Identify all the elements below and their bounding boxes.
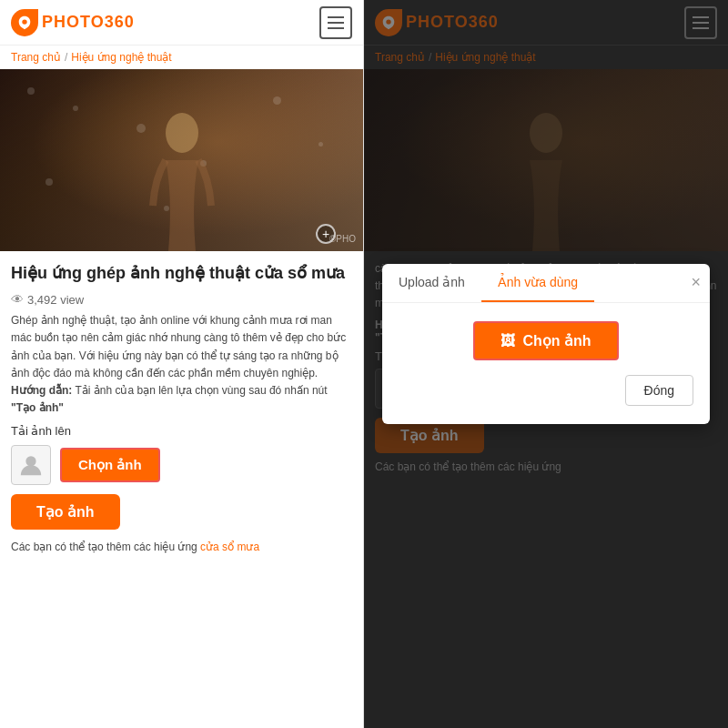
right-panel: PHOTO360 Trang chủ / Hiệu ứng nghệ thuật… xyxy=(364,0,728,728)
desc-text: Ghép ảnh nghệ thuật, tạo ảnh online với … xyxy=(11,314,346,379)
modal-header: Upload ảnh Ảnh vừa dùng × xyxy=(382,264,710,303)
modal-tab-upload[interactable]: Upload ảnh xyxy=(382,264,481,302)
breadcrumb-current: Hiệu ứng nghệ thuật xyxy=(71,51,171,64)
left-logo-text: PHOTO360 xyxy=(42,13,135,32)
left-hero-image: + ©PHO xyxy=(0,69,363,251)
raindrop xyxy=(318,142,323,147)
modal: Upload ảnh Ảnh vừa dùng × 🖼 Chọn ảnh Đón… xyxy=(382,264,710,424)
raindrop xyxy=(46,178,53,186)
left-content: Hiệu ứng ghép ảnh nghệ thuật cửa sổ mưa … xyxy=(0,251,363,728)
raindrop xyxy=(273,96,281,105)
bottom-text-1: Các bạn có thể tạo thêm các hiệu ứng xyxy=(11,541,200,553)
left-article-title: Hiệu ứng ghép ảnh nghệ thuật cửa sổ mưa xyxy=(11,262,352,285)
modal-close-button[interactable]: × xyxy=(691,273,701,292)
view-count-text: 3,492 view xyxy=(27,293,84,307)
svg-point-0 xyxy=(166,113,198,153)
left-breadcrumb: Trang chủ / Hiệu ứng nghệ thuật xyxy=(0,46,363,69)
hamburger-line2 xyxy=(328,22,344,24)
left-hamburger[interactable] xyxy=(319,6,352,39)
left-description: Ghép ảnh nghệ thuật, tạo ảnh online với … xyxy=(11,312,352,417)
guide-bold: "Tạo ảnh" xyxy=(11,401,64,414)
logo-icon xyxy=(11,9,38,36)
raindrop xyxy=(136,124,146,133)
upload-row: Chọn ảnh xyxy=(11,445,352,485)
left-panel: PHOTO360 Trang chủ / Hiệu ứng nghệ thuật xyxy=(0,0,364,728)
watermark: ©PHO xyxy=(329,234,356,244)
modal-tab-recent[interactable]: Ảnh vừa dùng xyxy=(481,264,594,302)
left-upload-section: Tải ảnh lên Chọn ảnh Tạo ảnh xyxy=(11,424,352,530)
modal-choose-label: Chọn ảnh xyxy=(522,332,591,349)
modal-image-icon: 🖼 xyxy=(500,333,515,349)
eye-icon: 👁 xyxy=(11,292,24,307)
view-count: 👁 3,492 view xyxy=(11,292,352,307)
modal-choose-button[interactable]: 🖼 Chọn ảnh xyxy=(473,321,618,360)
hero-person xyxy=(146,106,218,251)
left-bottom-text: Các bạn có thể tạo thêm các hiệu ứng cửa… xyxy=(11,539,352,555)
hamburger-line3 xyxy=(328,27,344,29)
hamburger-line1 xyxy=(328,16,344,18)
left-create-button[interactable]: Tạo ảnh xyxy=(11,494,120,530)
left-logo: PHOTO360 xyxy=(11,9,135,36)
guide-text: Tải ảnh của bạn lên lựa chọn vùng sau đó… xyxy=(75,384,327,397)
modal-body: 🖼 Chọn ảnh Đóng xyxy=(382,303,710,424)
svg-point-1 xyxy=(25,457,35,467)
raindrop xyxy=(73,106,78,111)
breadcrumb-sep: / xyxy=(65,51,67,64)
left-choose-button[interactable]: Chọn ảnh xyxy=(60,448,160,482)
breadcrumb-home[interactable]: Trang chủ xyxy=(11,51,61,64)
modal-close-btn[interactable]: Đóng xyxy=(625,375,693,406)
user-icon xyxy=(18,452,44,478)
raindrop xyxy=(27,87,35,95)
upload-label: Tải ảnh lên xyxy=(11,424,352,438)
left-header: PHOTO360 xyxy=(0,0,363,46)
bottom-link[interactable]: cửa sổ mưa xyxy=(200,541,259,553)
avatar-placeholder xyxy=(11,445,51,485)
guide-label: Hướng dẫn: xyxy=(11,384,72,397)
